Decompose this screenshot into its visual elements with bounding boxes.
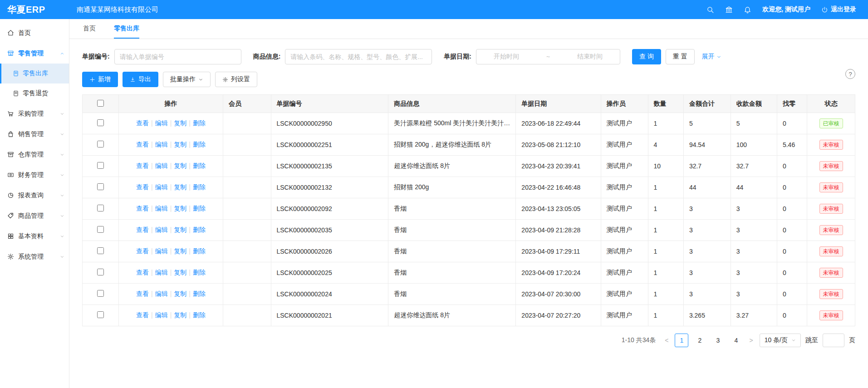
sidebar-item-retail-outbound[interactable]: 零售出库 bbox=[0, 64, 69, 83]
row-checkbox[interactable] bbox=[97, 141, 104, 147]
row-checkbox[interactable] bbox=[97, 205, 104, 211]
export-button[interactable]: 导出 bbox=[123, 72, 158, 87]
row-action-edit[interactable]: 编辑 bbox=[155, 226, 168, 233]
batch-actions-button[interactable]: 批量操作 bbox=[163, 72, 211, 87]
row-action-delete[interactable]: 删除 bbox=[193, 311, 206, 319]
cell-qty: 4 bbox=[648, 134, 683, 156]
row-action-copy[interactable]: 复制 bbox=[174, 290, 186, 297]
row-action-edit[interactable]: 编辑 bbox=[155, 269, 168, 276]
row-action-view[interactable]: 查看 bbox=[136, 141, 149, 148]
welcome-text: 欢迎您, 测试用户 bbox=[762, 5, 810, 14]
row-action-edit[interactable]: 编辑 bbox=[155, 141, 168, 148]
row-action-copy[interactable]: 复制 bbox=[174, 269, 186, 276]
row-action-delete[interactable]: 删除 bbox=[193, 162, 206, 169]
page-button-2[interactable]: 2 bbox=[693, 334, 706, 347]
select-all-checkbox[interactable] bbox=[97, 100, 104, 107]
sidebar-item-sales-management[interactable]: 销售管理 bbox=[0, 124, 69, 144]
jump-page-input[interactable] bbox=[823, 334, 844, 347]
bill-no-input[interactable] bbox=[114, 49, 241, 64]
row-action-delete[interactable]: 删除 bbox=[193, 183, 206, 191]
cell-total: 3 bbox=[683, 241, 731, 262]
row-action-view[interactable]: 查看 bbox=[136, 119, 149, 127]
row-checkbox[interactable] bbox=[97, 119, 104, 126]
row-action-edit[interactable]: 编辑 bbox=[155, 119, 168, 127]
page-size-select[interactable]: 10 条/页 bbox=[760, 334, 801, 347]
sidebar-item-system-management[interactable]: 系统管理 bbox=[0, 246, 69, 267]
row-checkbox[interactable] bbox=[97, 269, 104, 275]
row-action-delete[interactable]: 删除 bbox=[193, 290, 206, 297]
search-button[interactable]: 查 询 bbox=[632, 49, 661, 64]
row-action-edit[interactable]: 编辑 bbox=[155, 290, 168, 297]
sidebar-item-retail-management[interactable]: 零售管理 bbox=[0, 43, 69, 64]
tab-home[interactable]: 首页 bbox=[83, 19, 96, 39]
row-action-view[interactable]: 查看 bbox=[136, 226, 149, 233]
bank-icon[interactable] bbox=[725, 6, 733, 14]
product-info-input[interactable] bbox=[285, 49, 432, 64]
row-action-view[interactable]: 查看 bbox=[136, 205, 149, 212]
bell-icon[interactable] bbox=[744, 6, 751, 14]
row-checkbox[interactable] bbox=[97, 183, 104, 190]
tab-bar: 首页 零售出库 bbox=[69, 19, 868, 39]
reset-button[interactable]: 重 置 bbox=[666, 49, 695, 64]
date-range-picker[interactable]: 开始时间 ~ 结束时间 bbox=[476, 49, 620, 64]
cell-change: 0 bbox=[777, 284, 807, 305]
row-checkbox[interactable] bbox=[97, 226, 104, 233]
page-button-1[interactable]: 1 bbox=[675, 334, 688, 347]
row-action-copy[interactable]: 复制 bbox=[174, 226, 186, 233]
row-action-edit[interactable]: 编辑 bbox=[155, 162, 168, 169]
row-action-edit[interactable]: 编辑 bbox=[155, 183, 168, 191]
cell-qty: 1 bbox=[648, 220, 683, 241]
expand-link[interactable]: 展开 bbox=[702, 53, 721, 61]
logout-button[interactable]: 退出登录 bbox=[821, 5, 856, 14]
sidebar-item-purchase-management[interactable]: 采购管理 bbox=[0, 103, 69, 124]
page-button-4[interactable]: 4 bbox=[729, 334, 743, 347]
row-action-copy[interactable]: 复制 bbox=[174, 205, 186, 212]
sidebar-item-product-management[interactable]: 商品管理 bbox=[0, 206, 69, 226]
sidebar-item-basic-data[interactable]: 基本资料 bbox=[0, 226, 69, 246]
row-action-edit[interactable]: 编辑 bbox=[155, 205, 168, 212]
row-action-copy[interactable]: 复制 bbox=[174, 183, 186, 191]
sidebar-item-warehouse-management[interactable]: 仓库管理 bbox=[0, 144, 69, 165]
sidebar-item-report-query[interactable]: 报表查询 bbox=[0, 185, 69, 206]
row-action-view[interactable]: 查看 bbox=[136, 183, 149, 191]
chevron-down-icon bbox=[60, 234, 64, 239]
sidebar-item-finance-management[interactable]: 财务管理 bbox=[0, 165, 69, 185]
row-action-copy[interactable]: 复制 bbox=[174, 119, 186, 127]
row-action-delete[interactable]: 删除 bbox=[193, 247, 206, 255]
row-action-view[interactable]: 查看 bbox=[136, 247, 149, 255]
pie-chart-icon bbox=[7, 192, 14, 199]
sidebar-item-home[interactable]: 首页 bbox=[0, 23, 69, 43]
search-icon[interactable] bbox=[706, 6, 714, 14]
row-action-copy[interactable]: 复制 bbox=[174, 247, 186, 255]
row-checkbox[interactable] bbox=[97, 162, 104, 169]
row-action-view[interactable]: 查看 bbox=[136, 162, 149, 169]
row-action-delete[interactable]: 删除 bbox=[193, 269, 206, 276]
add-button[interactable]: 新增 bbox=[82, 72, 118, 87]
company-name: 南通某某网络科技有限公司 bbox=[77, 5, 158, 14]
help-icon[interactable]: ? bbox=[845, 69, 855, 79]
row-action-delete[interactable]: 删除 bbox=[193, 141, 206, 148]
row-action-copy[interactable]: 复制 bbox=[174, 311, 186, 319]
next-page-button[interactable]: > bbox=[747, 337, 755, 344]
column-settings-button[interactable]: 列设置 bbox=[215, 72, 257, 87]
row-actions: 查看|编辑|复制|删除 bbox=[119, 305, 223, 326]
row-action-view[interactable]: 查看 bbox=[136, 290, 149, 297]
sidebar-item-label: 采购管理 bbox=[18, 110, 60, 118]
page-button-3[interactable]: 3 bbox=[711, 334, 725, 347]
row-action-delete[interactable]: 删除 bbox=[193, 226, 206, 233]
prev-page-button[interactable]: < bbox=[663, 337, 670, 344]
row-action-edit[interactable]: 编辑 bbox=[155, 247, 168, 255]
row-checkbox[interactable] bbox=[97, 311, 104, 318]
row-action-delete[interactable]: 删除 bbox=[193, 205, 206, 212]
row-action-view[interactable]: 查看 bbox=[136, 311, 149, 319]
cell-received: 3 bbox=[731, 284, 777, 305]
row-action-delete[interactable]: 删除 bbox=[193, 119, 206, 127]
tab-retail-outbound[interactable]: 零售出库 bbox=[114, 19, 139, 39]
row-checkbox[interactable] bbox=[97, 290, 104, 297]
row-action-edit[interactable]: 编辑 bbox=[155, 311, 168, 319]
row-action-copy[interactable]: 复制 bbox=[174, 141, 186, 148]
row-action-view[interactable]: 查看 bbox=[136, 269, 149, 276]
row-action-copy[interactable]: 复制 bbox=[174, 162, 186, 169]
sidebar-item-retail-return[interactable]: 零售退货 bbox=[0, 83, 69, 103]
row-checkbox[interactable] bbox=[97, 247, 104, 254]
